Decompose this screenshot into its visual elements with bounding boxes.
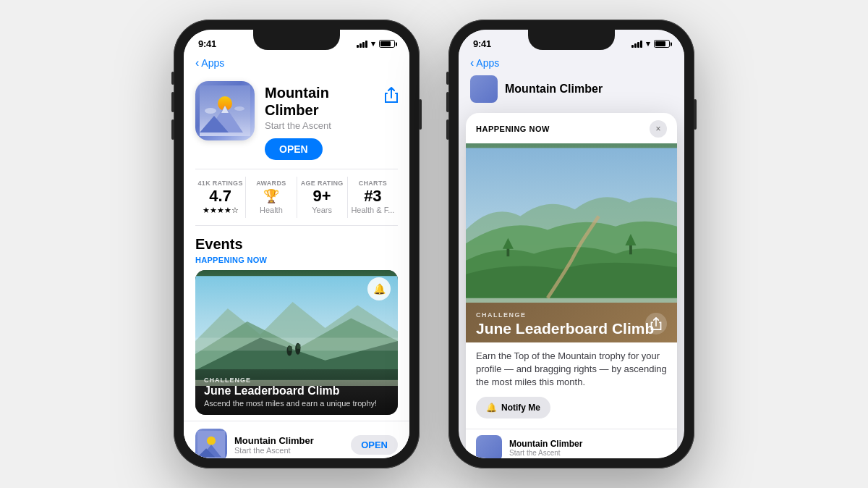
popup-close-button[interactable]: × (650, 120, 667, 138)
popup-share-button[interactable] (645, 313, 667, 335)
share-icon (385, 87, 398, 103)
event-content: CHALLENGE June Leaderboard Climb Ascend … (195, 369, 398, 415)
chart-value: #3 (348, 187, 398, 206)
mini-app-info: Mountain Climber Start the Ascent (234, 435, 344, 455)
silent-switch-2 (446, 72, 449, 85)
svg-rect-15 (297, 345, 300, 349)
age-value: 9+ (297, 187, 347, 206)
status-time-1: 9:41 (198, 38, 216, 49)
share-icon-2 (650, 317, 662, 330)
back-nav-2[interactable]: ‹ Apps (459, 54, 684, 75)
open-button[interactable]: OPEN (265, 138, 323, 160)
app-header: Mountain Climber Start the Ascent OPEN (184, 75, 409, 169)
chart-label: CHARTS (348, 180, 398, 187)
event-desc: Ascend the most miles and earn a unique … (204, 399, 389, 408)
svg-rect-14 (288, 347, 292, 351)
event-title: June Leaderboard Climb (204, 384, 389, 397)
notch-2 (528, 30, 615, 50)
popup-app-row: Mountain Climber Start the Ascent (466, 429, 677, 458)
stat-age: AGE RATING 9+ Years (297, 177, 348, 218)
app-icon (195, 81, 255, 140)
back-label-1: Apps (201, 57, 224, 69)
events-title: Events (195, 236, 398, 253)
stat-awards: AWARDS 🏆 Health (246, 177, 297, 218)
mini-open-button[interactable]: OPEN (351, 435, 398, 455)
silent-switch (171, 72, 174, 85)
status-time-2: 9:41 (473, 38, 491, 49)
power-button-2 (694, 99, 697, 130)
event-popup: HAPPENING NOW × (466, 113, 677, 458)
detail-app-icon (470, 75, 498, 103)
stat-ratings: 41K RATINGS 4.7 ★★★★☆ (195, 177, 246, 218)
app-subtitle: Start the Ascent (265, 120, 375, 131)
back-nav-1[interactable]: ‹ Apps (184, 54, 409, 75)
phone-screen-2: 9:41 ▾ ‹ Apps (459, 30, 684, 458)
event-card[interactable]: 🔔 CHALLENGE June Leaderboard Climb Ascen… (195, 270, 398, 415)
age-label: AGE RATING (297, 180, 347, 187)
signal-icon-2 (631, 41, 642, 48)
power-button (419, 99, 422, 130)
share-button[interactable] (385, 81, 398, 106)
volume-up-button (171, 92, 174, 112)
rating-value: 4.7 (195, 187, 245, 206)
ratings-label: 41K RATINGS (195, 180, 245, 187)
stats-row: 41K RATINGS 4.7 ★★★★☆ AWARDS 🏆 Health AG… (195, 169, 398, 226)
volume-down-button-2 (446, 119, 449, 140)
event-detail-screen: 9:41 ▾ ‹ Apps (459, 30, 684, 458)
happening-now-label: HAPPENING NOW (195, 256, 398, 264)
app-icon-svg (200, 85, 250, 136)
detail-title-row: Mountain Climber (459, 75, 684, 110)
svg-point-6 (234, 106, 244, 111)
awards-sub: Health (246, 206, 296, 214)
mini-app-card: Mountain Climber Start the Ascent OPEN (184, 421, 409, 458)
signal-icon (357, 41, 367, 48)
editors-choice-icon: 🏆 (246, 188, 296, 204)
stars: ★★★★☆ (195, 206, 245, 215)
chart-sub: Health & F... (348, 206, 398, 214)
app-info: Mountain Climber Start the Ascent OPEN (265, 81, 375, 160)
svg-point-5 (205, 108, 216, 114)
battery-icon-2 (654, 40, 670, 48)
popup-challenge-label: CHALLENGE (476, 311, 667, 319)
notify-label: Notify Me (501, 403, 540, 413)
popup-mini-sub: Start the Ascent (509, 449, 667, 457)
back-chevron-1: ‹ (195, 56, 199, 70)
phone-2: 9:41 ▾ ‹ Apps (448, 20, 694, 468)
stat-chart: CHARTS #3 Health & F... (348, 177, 398, 218)
popup-image (466, 143, 677, 303)
popup-landscape-svg (466, 143, 677, 303)
volume-down-button (171, 119, 174, 140)
mini-app-name: Mountain Climber (234, 435, 344, 446)
popup-happening-badge: HAPPENING NOW (476, 125, 550, 133)
phone-screen-1: 9:41 ▾ ‹ Apps (184, 30, 409, 458)
volume-up-button-2 (446, 92, 449, 112)
age-sub: Years (297, 206, 347, 214)
popup-app-icon-small (476, 435, 502, 458)
back-chevron-2: ‹ (470, 56, 474, 70)
app-name: Mountain Climber (265, 84, 375, 119)
notify-me-button[interactable]: 🔔 Notify Me (476, 397, 550, 418)
popup-mini-info: Mountain Climber Start the Ascent (509, 439, 667, 457)
battery-icon (379, 40, 395, 48)
status-icons-1: ▾ (357, 39, 395, 49)
wifi-icon: ▾ (371, 39, 375, 49)
popup-description: Earn the Top of the Mountain trophy for … (466, 342, 677, 395)
mini-icon-svg (197, 431, 225, 458)
wifi-icon-2: ▾ (646, 39, 650, 49)
detail-app-name: Mountain Climber (505, 83, 603, 96)
status-icons-2: ▾ (631, 39, 670, 49)
event-type: CHALLENGE (204, 376, 389, 384)
mini-app-icon (195, 429, 227, 458)
popup-header: HAPPENING NOW × (466, 113, 677, 143)
appstore-screen: 9:41 ▾ ‹ Apps (184, 30, 409, 458)
bell-icon: 🔔 (486, 403, 497, 413)
notch-1 (253, 30, 340, 50)
phone-1: 9:41 ▾ ‹ Apps (174, 20, 420, 468)
awards-label: AWARDS (246, 180, 296, 187)
close-x-icon: × (655, 124, 660, 134)
svg-point-17 (207, 437, 216, 445)
events-section: Events HAPPENING NOW (184, 226, 409, 421)
back-label-2: Apps (476, 57, 499, 69)
popup-content-overlay: CHALLENGE June Leaderboard Climb (466, 303, 677, 342)
popup-mini-name: Mountain Climber (509, 439, 667, 449)
